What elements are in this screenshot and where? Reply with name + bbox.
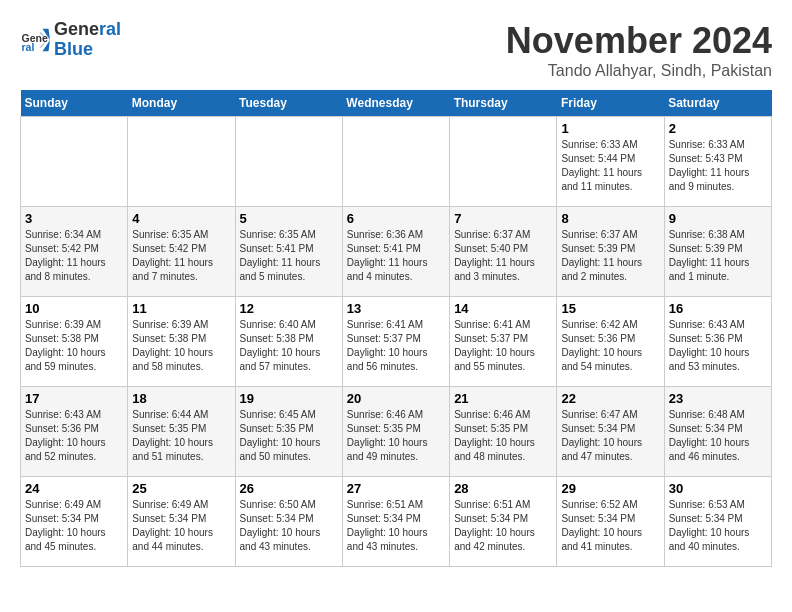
- day-info: Sunrise: 6:37 AM Sunset: 5:40 PM Dayligh…: [454, 228, 552, 284]
- calendar-cell: 15Sunrise: 6:42 AM Sunset: 5:36 PM Dayli…: [557, 297, 664, 387]
- calendar-cell: 25Sunrise: 6:49 AM Sunset: 5:34 PM Dayli…: [128, 477, 235, 567]
- day-number: 13: [347, 301, 445, 316]
- month-title: November 2024: [506, 20, 772, 62]
- svg-text:ral: ral: [22, 41, 35, 53]
- calendar-cell: 5Sunrise: 6:35 AM Sunset: 5:41 PM Daylig…: [235, 207, 342, 297]
- calendar-cell: 28Sunrise: 6:51 AM Sunset: 5:34 PM Dayli…: [450, 477, 557, 567]
- day-info: Sunrise: 6:51 AM Sunset: 5:34 PM Dayligh…: [454, 498, 552, 554]
- day-info: Sunrise: 6:46 AM Sunset: 5:35 PM Dayligh…: [454, 408, 552, 464]
- day-info: Sunrise: 6:44 AM Sunset: 5:35 PM Dayligh…: [132, 408, 230, 464]
- day-info: Sunrise: 6:39 AM Sunset: 5:38 PM Dayligh…: [132, 318, 230, 374]
- calendar-cell: 20Sunrise: 6:46 AM Sunset: 5:35 PM Dayli…: [342, 387, 449, 477]
- calendar-cell: 30Sunrise: 6:53 AM Sunset: 5:34 PM Dayli…: [664, 477, 771, 567]
- calendar-cell: 29Sunrise: 6:52 AM Sunset: 5:34 PM Dayli…: [557, 477, 664, 567]
- day-info: Sunrise: 6:51 AM Sunset: 5:34 PM Dayligh…: [347, 498, 445, 554]
- day-info: Sunrise: 6:37 AM Sunset: 5:39 PM Dayligh…: [561, 228, 659, 284]
- calendar-cell: 9Sunrise: 6:38 AM Sunset: 5:39 PM Daylig…: [664, 207, 771, 297]
- calendar-cell: 23Sunrise: 6:48 AM Sunset: 5:34 PM Dayli…: [664, 387, 771, 477]
- day-number: 15: [561, 301, 659, 316]
- day-info: Sunrise: 6:48 AM Sunset: 5:34 PM Dayligh…: [669, 408, 767, 464]
- day-info: Sunrise: 6:38 AM Sunset: 5:39 PM Dayligh…: [669, 228, 767, 284]
- day-info: Sunrise: 6:41 AM Sunset: 5:37 PM Dayligh…: [347, 318, 445, 374]
- day-info: Sunrise: 6:40 AM Sunset: 5:38 PM Dayligh…: [240, 318, 338, 374]
- calendar-cell: 22Sunrise: 6:47 AM Sunset: 5:34 PM Dayli…: [557, 387, 664, 477]
- logo-text: General Blue: [54, 20, 121, 60]
- calendar-cell: 4Sunrise: 6:35 AM Sunset: 5:42 PM Daylig…: [128, 207, 235, 297]
- day-info: Sunrise: 6:34 AM Sunset: 5:42 PM Dayligh…: [25, 228, 123, 284]
- calendar-cell: 2Sunrise: 6:33 AM Sunset: 5:43 PM Daylig…: [664, 117, 771, 207]
- day-info: Sunrise: 6:35 AM Sunset: 5:42 PM Dayligh…: [132, 228, 230, 284]
- day-number: 25: [132, 481, 230, 496]
- col-header-monday: Monday: [128, 90, 235, 117]
- day-info: Sunrise: 6:43 AM Sunset: 5:36 PM Dayligh…: [669, 318, 767, 374]
- calendar-cell: 21Sunrise: 6:46 AM Sunset: 5:35 PM Dayli…: [450, 387, 557, 477]
- day-number: 5: [240, 211, 338, 226]
- day-number: 17: [25, 391, 123, 406]
- day-info: Sunrise: 6:33 AM Sunset: 5:44 PM Dayligh…: [561, 138, 659, 194]
- calendar-week-2: 3Sunrise: 6:34 AM Sunset: 5:42 PM Daylig…: [21, 207, 772, 297]
- day-info: Sunrise: 6:39 AM Sunset: 5:38 PM Dayligh…: [25, 318, 123, 374]
- day-number: 20: [347, 391, 445, 406]
- day-number: 9: [669, 211, 767, 226]
- calendar-cell: 3Sunrise: 6:34 AM Sunset: 5:42 PM Daylig…: [21, 207, 128, 297]
- day-info: Sunrise: 6:42 AM Sunset: 5:36 PM Dayligh…: [561, 318, 659, 374]
- calendar-cell: 7Sunrise: 6:37 AM Sunset: 5:40 PM Daylig…: [450, 207, 557, 297]
- col-header-thursday: Thursday: [450, 90, 557, 117]
- calendar-cell: [450, 117, 557, 207]
- calendar-cell: 24Sunrise: 6:49 AM Sunset: 5:34 PM Dayli…: [21, 477, 128, 567]
- day-number: 27: [347, 481, 445, 496]
- day-info: Sunrise: 6:52 AM Sunset: 5:34 PM Dayligh…: [561, 498, 659, 554]
- day-number: 21: [454, 391, 552, 406]
- day-number: 22: [561, 391, 659, 406]
- day-number: 14: [454, 301, 552, 316]
- calendar-cell: 8Sunrise: 6:37 AM Sunset: 5:39 PM Daylig…: [557, 207, 664, 297]
- col-header-tuesday: Tuesday: [235, 90, 342, 117]
- calendar-cell: 17Sunrise: 6:43 AM Sunset: 5:36 PM Dayli…: [21, 387, 128, 477]
- calendar-cell: 26Sunrise: 6:50 AM Sunset: 5:34 PM Dayli…: [235, 477, 342, 567]
- day-info: Sunrise: 6:33 AM Sunset: 5:43 PM Dayligh…: [669, 138, 767, 194]
- day-number: 29: [561, 481, 659, 496]
- col-header-saturday: Saturday: [664, 90, 771, 117]
- calendar-cell: 18Sunrise: 6:44 AM Sunset: 5:35 PM Dayli…: [128, 387, 235, 477]
- logo: Gene ral General Blue: [20, 20, 121, 60]
- calendar-table: SundayMondayTuesdayWednesdayThursdayFrid…: [20, 90, 772, 567]
- day-number: 3: [25, 211, 123, 226]
- calendar-cell: [342, 117, 449, 207]
- day-info: Sunrise: 6:49 AM Sunset: 5:34 PM Dayligh…: [25, 498, 123, 554]
- col-header-wednesday: Wednesday: [342, 90, 449, 117]
- title-block: November 2024 Tando Allahyar, Sindh, Pak…: [506, 20, 772, 80]
- calendar-cell: 16Sunrise: 6:43 AM Sunset: 5:36 PM Dayli…: [664, 297, 771, 387]
- calendar-cell: 10Sunrise: 6:39 AM Sunset: 5:38 PM Dayli…: [21, 297, 128, 387]
- page-header: Gene ral General Blue November 2024 Tand…: [20, 20, 772, 80]
- day-info: Sunrise: 6:50 AM Sunset: 5:34 PM Dayligh…: [240, 498, 338, 554]
- day-info: Sunrise: 6:43 AM Sunset: 5:36 PM Dayligh…: [25, 408, 123, 464]
- day-number: 1: [561, 121, 659, 136]
- day-number: 6: [347, 211, 445, 226]
- day-number: 11: [132, 301, 230, 316]
- calendar-cell: 14Sunrise: 6:41 AM Sunset: 5:37 PM Dayli…: [450, 297, 557, 387]
- col-header-sunday: Sunday: [21, 90, 128, 117]
- day-number: 16: [669, 301, 767, 316]
- day-number: 7: [454, 211, 552, 226]
- day-number: 10: [25, 301, 123, 316]
- calendar-cell: 6Sunrise: 6:36 AM Sunset: 5:41 PM Daylig…: [342, 207, 449, 297]
- calendar-week-5: 24Sunrise: 6:49 AM Sunset: 5:34 PM Dayli…: [21, 477, 772, 567]
- day-number: 26: [240, 481, 338, 496]
- day-info: Sunrise: 6:49 AM Sunset: 5:34 PM Dayligh…: [132, 498, 230, 554]
- calendar-week-3: 10Sunrise: 6:39 AM Sunset: 5:38 PM Dayli…: [21, 297, 772, 387]
- day-number: 28: [454, 481, 552, 496]
- day-number: 2: [669, 121, 767, 136]
- calendar-cell: [128, 117, 235, 207]
- calendar-cell: 19Sunrise: 6:45 AM Sunset: 5:35 PM Dayli…: [235, 387, 342, 477]
- day-info: Sunrise: 6:46 AM Sunset: 5:35 PM Dayligh…: [347, 408, 445, 464]
- day-number: 23: [669, 391, 767, 406]
- calendar-cell: 1Sunrise: 6:33 AM Sunset: 5:44 PM Daylig…: [557, 117, 664, 207]
- logo-icon: Gene ral: [20, 25, 50, 55]
- day-number: 12: [240, 301, 338, 316]
- calendar-cell: 27Sunrise: 6:51 AM Sunset: 5:34 PM Dayli…: [342, 477, 449, 567]
- day-info: Sunrise: 6:41 AM Sunset: 5:37 PM Dayligh…: [454, 318, 552, 374]
- day-number: 18: [132, 391, 230, 406]
- calendar-week-1: 1Sunrise: 6:33 AM Sunset: 5:44 PM Daylig…: [21, 117, 772, 207]
- calendar-cell: [21, 117, 128, 207]
- day-info: Sunrise: 6:36 AM Sunset: 5:41 PM Dayligh…: [347, 228, 445, 284]
